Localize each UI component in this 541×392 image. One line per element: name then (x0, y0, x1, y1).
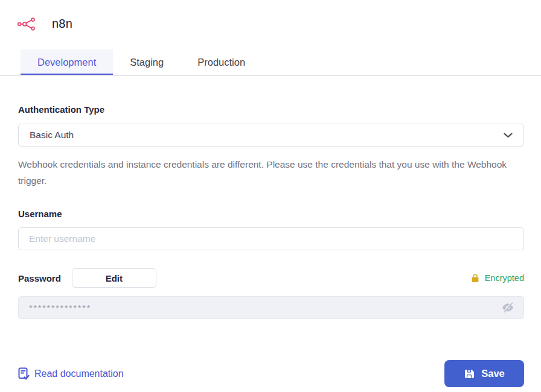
tab-development[interactable]: Development (21, 49, 113, 75)
username-input[interactable] (18, 227, 524, 250)
edit-password-button[interactable]: Edit (72, 268, 156, 288)
chevron-down-icon (504, 133, 513, 138)
n8n-nodes-icon (17, 17, 36, 31)
password-label: Password (18, 273, 61, 283)
header: n8n (0, 0, 541, 31)
lock-icon (470, 273, 480, 283)
page-title: n8n (52, 17, 72, 31)
password-input[interactable]: ************** (18, 296, 524, 319)
floppy-disk-icon (464, 368, 475, 379)
webhook-help-text: Webhook credentials and instance credent… (18, 156, 524, 189)
eye-off-icon[interactable] (501, 301, 515, 314)
password-masked-value: ************** (29, 303, 91, 313)
document-check-icon (18, 367, 30, 381)
tab-production[interactable]: Production (181, 49, 262, 75)
encrypted-badge: Encrypted (470, 273, 524, 283)
credentials-form: Authentication Type Basic Auth Webhook c… (0, 104, 541, 387)
tab-staging[interactable]: Staging (113, 49, 181, 75)
read-documentation-label: Read documentation (34, 368, 124, 379)
username-label: Username (18, 209, 524, 219)
auth-type-label: Authentication Type (18, 104, 524, 115)
read-documentation-link[interactable]: Read documentation (18, 367, 124, 381)
save-button[interactable]: Save (444, 360, 524, 387)
environment-tabs: Development Staging Production (0, 49, 541, 76)
encrypted-label: Encrypted (485, 273, 524, 283)
auth-type-select[interactable]: Basic Auth (18, 124, 524, 147)
footer: Read documentation Save (18, 360, 524, 387)
auth-type-value: Basic Auth (30, 130, 74, 141)
save-button-label: Save (481, 368, 505, 379)
password-row: Password Edit Encrypted (18, 268, 524, 288)
